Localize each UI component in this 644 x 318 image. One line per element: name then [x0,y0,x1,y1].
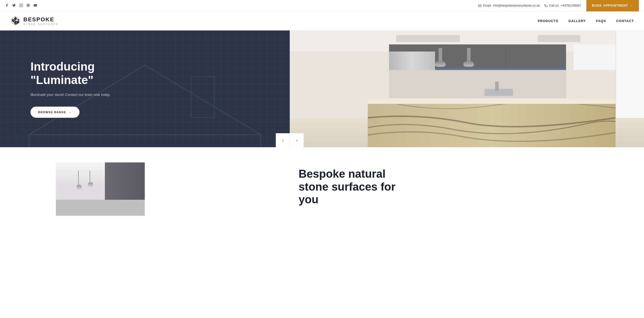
top-bar: Email: info@bespokestonesurfaces.co.uk C… [0,0,644,11]
phone-icon [544,4,548,7]
phone-label: Call us: [549,4,559,7]
social-links [5,4,37,8]
svg-rect-0 [20,4,23,7]
phone-value: +44791335967 [561,4,581,7]
book-appointment-button[interactable]: BOOK APPOINTMENT → [586,0,639,11]
contact-bar: Email: info@bespokestonesurfaces.co.uk C… [478,0,639,11]
hero-description: Illuminate your stone! Contact our team … [30,92,110,97]
email-icon [478,4,481,7]
logo-icon [10,15,21,26]
phone-contact: Call us: +44791335967 [544,4,581,7]
hero-content: Introducing "Luminate" Illuminate your s… [30,60,110,118]
logo[interactable]: BESPOKE STONE SURFACES [10,15,58,26]
email-label: Email: [483,4,491,7]
main-nav: BESPOKE STONE SURFACES PRODUCTS GALLERY … [0,11,644,30]
email-contact: Email: info@bespokestonesurfaces.co.uk [478,4,540,7]
hero-title: Introducing "Luminate" [30,60,110,87]
pinterest-icon[interactable] [26,4,30,8]
below-right-panel: Bespoke natural stone surfaces for you [283,162,644,211]
below-image [56,162,145,216]
nav-contact[interactable]: CONTACT [616,19,634,23]
below-left-panel [0,162,283,216]
hero-left-panel: Introducing "Luminate" Illuminate your s… [0,30,290,147]
hero-right-panel [290,30,644,147]
facebook-icon[interactable] [5,4,9,8]
instagram-icon[interactable] [19,4,23,8]
logo-text: BESPOKE STONE SURFACES [23,16,58,25]
below-hero-section: Bespoke natural stone surfaces for you [0,147,644,216]
slider-controls: ‹ › [276,133,304,147]
kitchen-image [290,30,644,147]
twitter-icon[interactable] [12,4,16,8]
nav-faqs[interactable]: FAQS [596,19,606,23]
slider-prev-button[interactable]: ‹ [276,133,290,147]
browse-range-button[interactable]: BROWSE RANGE → [30,107,79,118]
svg-marker-5 [17,19,19,21]
nav-links: PRODUCTS GALLERY FAQS CONTACT [538,19,634,23]
youtube-icon[interactable] [34,4,37,8]
slider-next-button[interactable]: › [290,133,304,147]
section-title: Bespoke natural stone surfaces for you [299,168,629,206]
email-value: info@bespokestonesurfaces.co.uk [493,4,540,7]
hero-section: Introducing "Luminate" Illuminate your s… [0,30,644,147]
nav-gallery[interactable]: GALLERY [568,19,586,23]
contact-info: Email: info@bespokestonesurfaces.co.uk C… [478,4,581,7]
svg-rect-9 [29,135,261,147]
svg-rect-20 [191,77,214,118]
nav-products[interactable]: PRODUCTS [538,19,558,23]
